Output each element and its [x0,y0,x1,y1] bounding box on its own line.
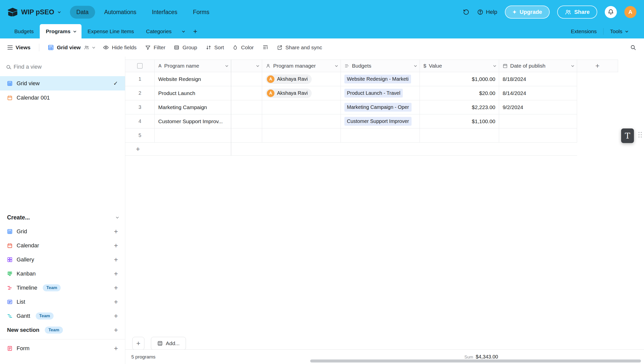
cell-program-manager[interactable] [262,114,341,128]
upgrade-button[interactable]: Upgrade [505,6,550,19]
create-gantt[interactable]: Gantt Team [0,309,125,323]
cell-truncated[interactable] [231,114,262,128]
table-tab-expense-line-items[interactable]: Expense Line Items [82,24,140,38]
select-all-checkbox[interactable] [137,63,143,69]
table-list-dropdown[interactable] [178,24,189,38]
chevron-down-icon[interactable] [73,29,76,32]
nav-tab-data[interactable]: Data [70,6,95,19]
row-height-button[interactable] [262,44,268,51]
chevron-down-icon[interactable] [58,10,60,13]
cell-date-of-publish[interactable] [499,128,577,143]
linked-record-chip[interactable]: Marketing Campaign - Oper [344,103,412,112]
chevron-down-icon[interactable] [256,64,259,67]
sort-button[interactable]: Sort [206,44,224,51]
chevron-down-icon[interactable] [414,64,417,67]
create-gallery[interactable]: Gallery [0,253,125,267]
chevron-down-icon[interactable] [493,64,496,67]
search-button[interactable] [630,44,636,51]
column-header-budgets[interactable]: Budgets [341,60,420,72]
cell-truncated[interactable] [231,72,262,86]
create-grid[interactable]: Grid [0,224,125,239]
collaborator-chip[interactable]: A Akshaya Ravi [266,74,312,84]
collaborator-chip[interactable]: A Akshaya Ravi [266,88,312,98]
create-timeline[interactable]: Timeline Team [0,281,125,295]
cell-program-name[interactable]: Customer Support Improv... [155,114,231,128]
table-tab-categories[interactable]: Categories [140,24,178,38]
cell-budgets[interactable]: Website Redesign - Marketi [341,72,420,86]
cell-program-manager[interactable]: A Akshaya Ravi [262,86,341,100]
cell-program-manager[interactable]: A Akshaya Ravi [262,72,341,86]
add-record-button[interactable] [132,337,144,350]
column-header-date-of-publish[interactable]: Date of publish [499,60,577,72]
cell-budgets[interactable]: Marketing Campaign - Oper [341,100,420,114]
row-number-cell[interactable]: 5 [125,128,155,143]
table-tab-budgets[interactable]: Budgets [8,24,40,38]
cell-value[interactable] [420,128,499,143]
create-new-section[interactable]: New section Team [0,323,125,337]
chevron-down-icon[interactable] [225,64,228,67]
table-tab-programs[interactable]: Programs [40,24,82,38]
cell-program-name[interactable]: Marketing Campaign [155,100,231,114]
column-header-program-name[interactable]: Program name [155,60,231,72]
plus-icon[interactable] [114,228,118,235]
cell-date-of-publish[interactable]: 9/2/2024 [499,100,577,114]
cell-budgets[interactable]: Product Launch - Travel [341,86,420,100]
share-button[interactable]: Share [557,6,597,19]
nav-tab-automations[interactable]: Automations [98,6,143,19]
linked-record-chip[interactable]: Website Redesign - Marketi [344,75,411,83]
cell-truncated[interactable] [231,86,262,100]
horizontal-scrollbar[interactable] [310,359,641,362]
plus-icon[interactable] [114,345,118,352]
notifications-button[interactable] [605,6,617,18]
chevron-down-icon[interactable] [571,64,574,67]
cell-program-name[interactable] [155,128,231,143]
row-number-cell[interactable]: 3 [125,100,155,114]
nav-tab-interfaces[interactable]: Interfaces [145,6,184,19]
sum-summary[interactable]: Sum $4,343.00 [464,354,498,360]
row-number-cell[interactable]: 1 [125,72,155,86]
create-kanban[interactable]: Kanban [0,267,125,281]
plus-icon[interactable] [114,256,118,263]
cell-truncated[interactable] [231,100,262,114]
cell-value[interactable]: $1,100.00 [420,114,499,128]
row-number-cell[interactable]: 4 [125,114,155,128]
column-header-program-manager[interactable]: Program manager [262,60,341,72]
add-field-button[interactable] [577,60,618,72]
plus-icon[interactable] [114,284,118,292]
cell-value[interactable]: $20.00 [420,86,499,100]
cell-program-name[interactable]: Product Launch [155,86,231,100]
current-view-button[interactable]: Grid view [48,44,94,51]
sidebar-view-grid[interactable]: Grid view [0,76,125,90]
cell-program-manager[interactable] [262,128,341,143]
plus-icon[interactable] [114,270,118,278]
plus-icon[interactable] [114,312,118,320]
create-calendar[interactable]: Calendar [0,239,125,253]
create-form[interactable]: Form [0,341,125,355]
add-more-button[interactable]: Add... [151,337,186,350]
plus-icon[interactable] [114,242,118,249]
group-button[interactable]: Group [174,44,197,51]
cell-value[interactable]: $1,000.00 [420,72,499,86]
base-switcher[interactable]: WIP pSEO [8,8,60,16]
nav-tab-forms[interactable]: Forms [186,6,216,19]
add-table-button[interactable] [189,24,202,38]
share-and-sync-button[interactable]: Share and sync [277,44,322,51]
cell-program-manager[interactable] [262,100,341,114]
column-header-truncated[interactable] [231,60,262,72]
linked-record-chip[interactable]: Product Launch - Travel [344,89,403,98]
tools-button[interactable]: Tools [603,28,634,34]
drag-handle-icon[interactable] [638,132,639,133]
add-row-button[interactable] [125,143,231,156]
create-section-header[interactable]: Create... [0,210,125,224]
views-button[interactable]: Views [8,44,30,51]
row-number-cell[interactable]: 2 [125,86,155,100]
cell-date-of-publish[interactable] [499,114,577,128]
plus-icon[interactable] [114,298,118,306]
cell-date-of-publish[interactable]: 8/14/2024 [499,86,577,100]
add-row-extension[interactable] [231,143,577,156]
color-button[interactable]: Color [232,44,254,51]
history-button[interactable] [463,9,469,15]
cell-date-of-publish[interactable]: 8/18/2024 [499,72,577,86]
cell-value[interactable]: $2,223.00 [420,100,499,114]
extensions-button[interactable]: Extensions [564,28,603,34]
